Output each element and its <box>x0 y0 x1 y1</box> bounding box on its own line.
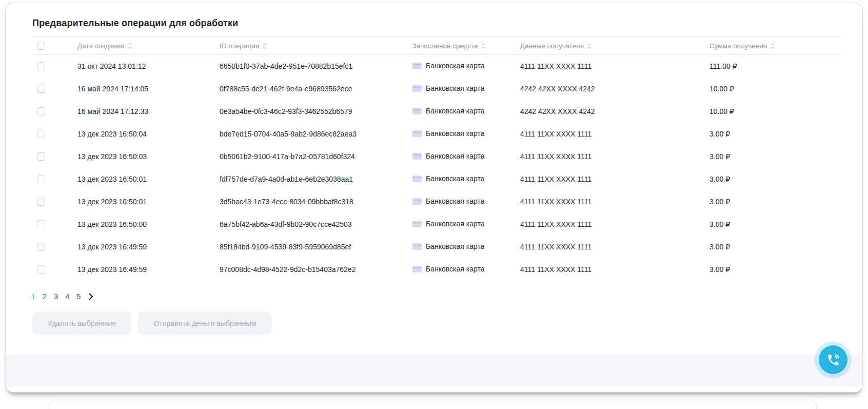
cell-operation-id: 0f788c55-de21-462f-9e4a-e96893562ece <box>220 77 412 100</box>
cell-checkbox <box>32 190 77 213</box>
table-header-row: Дата создания ID операции <box>32 37 842 55</box>
cell-recipient: 4111 11XX XXXX 1111 <box>520 168 709 190</box>
cell-method: Банковская карта <box>412 168 520 190</box>
cell-method: Банковская карта <box>412 213 520 236</box>
cell-recipient: 4111 11XX XXXX 1111 <box>520 123 709 145</box>
cell-method: Банковская карта <box>412 55 520 77</box>
pagination-page[interactable]: 3 <box>54 293 58 301</box>
cell-recipient: 4242 42XX XXXX 4242 <box>520 77 709 100</box>
column-header-label: ID операции <box>220 42 259 50</box>
row-checkbox[interactable] <box>37 62 45 70</box>
bank-card-icon <box>412 85 422 92</box>
cell-recipient: 4111 11XX XXXX 1111 <box>520 236 709 258</box>
cell-method: Банковская карта <box>412 100 520 123</box>
column-sort-control[interactable]: Данные получателя <box>520 42 591 50</box>
cell-amount: 3.00 ₽ <box>709 168 842 190</box>
column-sort-control[interactable]: Сумма получения <box>709 42 775 50</box>
bank-card-icon <box>412 266 422 272</box>
phone-fab-button[interactable] <box>819 345 847 374</box>
sort-icon <box>262 43 267 49</box>
column-sort-control[interactable]: Зачисление средств <box>412 42 486 50</box>
payment-method-label: Банковская карта <box>426 62 484 70</box>
cell-operation-id: fdf757de-d7a9-4a0d-ab1e-6eb2e3038aa1 <box>220 168 412 190</box>
cell-method: Банковская карта <box>412 258 520 281</box>
column-header: Сумма получения <box>709 37 842 55</box>
cell-amount: 3.00 ₽ <box>709 190 842 213</box>
cell-date: 13 дек 2023 16:49:59 <box>77 258 220 281</box>
pagination: 1 2 3 4 5 <box>31 293 862 301</box>
cell-date: 13 дек 2023 16:49:59 <box>77 236 220 258</box>
cell-method: Банковская карта <box>412 145 520 168</box>
payment-method-label: Банковская карта <box>426 84 484 92</box>
row-checkbox[interactable] <box>37 220 45 228</box>
sort-icon <box>770 43 775 49</box>
select-all-checkbox[interactable] <box>37 42 45 50</box>
column-header-label: Зачисление средств <box>412 42 478 50</box>
cell-date: 13 дек 2023 16:50:04 <box>77 123 220 145</box>
pagination-page[interactable]: 4 <box>65 293 69 301</box>
operations-panel: Предварительные операции для обработки Д… <box>5 3 863 393</box>
pagination-page[interactable]: 1 <box>31 293 35 301</box>
cell-operation-id: bde7ed15-0704-40a5-9ab2-9d86ec82aea3 <box>220 123 412 145</box>
table-row: 16 май 2024 17:12:33 0e3a54be-0fc3-46c2-… <box>32 100 842 123</box>
sort-icon <box>587 43 591 49</box>
chevron-right-icon <box>89 293 93 300</box>
table-row: 13 дек 2023 16:49:59 85f184bd-9109-4539-… <box>32 236 842 258</box>
cell-amount: 3.00 ₽ <box>709 145 842 168</box>
cell-date: 13 дек 2023 16:50:01 <box>77 190 220 213</box>
cell-recipient: 4111 11XX XXXX 1111 <box>520 145 709 168</box>
cell-checkbox <box>32 55 77 77</box>
row-checkbox[interactable] <box>37 130 45 138</box>
row-checkbox[interactable] <box>37 175 45 183</box>
cell-checkbox <box>32 213 77 236</box>
cell-date: 16 май 2024 17:14:05 <box>77 77 220 100</box>
column-sort-control[interactable]: Дата создания <box>77 42 132 50</box>
bank-card-icon <box>412 198 422 205</box>
table-row: 13 дек 2023 16:50:03 0b5061b2-9100-417a-… <box>32 145 842 168</box>
cell-operation-id: 0e3a54be-0fc3-46c2-93f3-3462552b6579 <box>220 100 412 123</box>
payment-method-label: Банковская карта <box>426 174 484 183</box>
table-row: 13 дек 2023 16:50:01 3d5bac43-1e73-4ecc-… <box>32 190 842 213</box>
cell-checkbox <box>32 77 77 100</box>
cell-amount: 3.00 ₽ <box>709 123 842 145</box>
column-header: Зачисление средств <box>412 37 520 55</box>
pagination-page[interactable]: 5 <box>76 293 81 301</box>
payment-method-label: Банковская карта <box>426 152 484 160</box>
payment-method-label: Банковская карта <box>426 265 484 273</box>
bank-card-icon <box>412 153 422 160</box>
page-title: Предварительные операции для обработки <box>32 18 862 29</box>
cell-operation-id: 6650b1f0-37ab-4de2-951e-70882b15efc1 <box>220 55 412 77</box>
row-checkbox[interactable] <box>37 243 45 251</box>
cell-recipient: 4242 42XX XXXX 4242 <box>520 100 709 123</box>
cell-amount: 111.00 ₽ <box>709 55 842 77</box>
column-header-label: Дата создания <box>77 42 125 50</box>
cell-date: 13 дек 2023 16:50:00 <box>77 213 220 236</box>
row-checkbox[interactable] <box>37 198 45 206</box>
pagination-page[interactable]: 2 <box>43 293 47 301</box>
next-panel-peek <box>49 400 817 409</box>
bank-card-icon <box>412 63 422 69</box>
sort-icon <box>128 43 132 49</box>
table-row: 13 дек 2023 16:50:01 fdf757de-d7a9-4a0d-… <box>32 168 842 190</box>
column-header: Данные получателя <box>520 37 709 55</box>
send-money-selected-button[interactable]: Отправить деньги выбранным <box>138 311 271 335</box>
row-checkbox[interactable] <box>37 152 45 161</box>
bulk-actions: Удалить выбранные Отправить деньги выбра… <box>32 311 862 335</box>
cell-checkbox <box>32 123 77 145</box>
cell-operation-id: 97c008dc-4d98-4522-9d2c-b15403a762e2 <box>220 258 412 281</box>
cell-checkbox <box>32 100 77 123</box>
cell-operation-id: 6a75bf42-ab6a-43df-9b02-90c7cce42503 <box>220 213 412 236</box>
delete-selected-button[interactable]: Удалить выбранные <box>32 311 131 335</box>
column-sort-control[interactable]: ID операции <box>220 42 267 50</box>
cell-method: Банковская карта <box>412 77 520 100</box>
payment-method-label: Банковская карта <box>426 220 484 228</box>
footer-band <box>6 355 862 387</box>
bank-card-icon <box>412 221 422 227</box>
cell-operation-id: 0b5061b2-9100-417a-b7a2-05781d60f324 <box>220 145 412 168</box>
row-checkbox[interactable] <box>37 85 45 93</box>
cell-amount: 3.00 ₽ <box>709 236 842 258</box>
cell-recipient: 4111 11XX XXXX 1111 <box>520 213 709 236</box>
row-checkbox[interactable] <box>37 265 45 274</box>
row-checkbox[interactable] <box>37 107 45 115</box>
pagination-next-button[interactable] <box>88 293 93 300</box>
